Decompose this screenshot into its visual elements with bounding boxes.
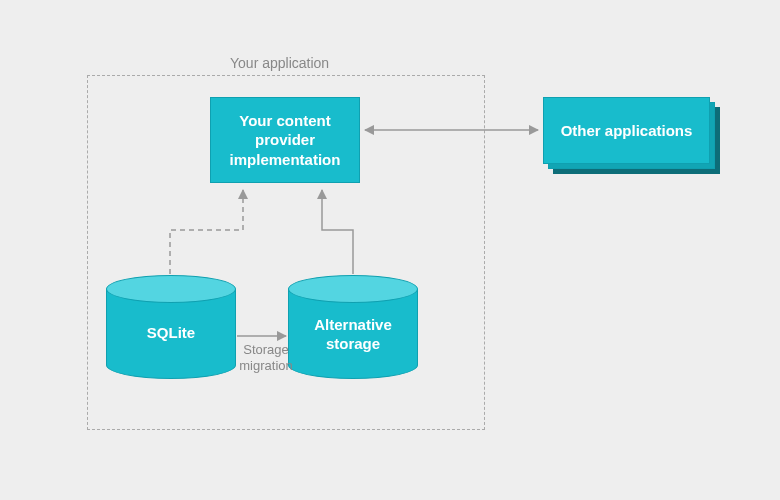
container-label: Your application	[230, 55, 329, 71]
other-apps-node: Other applications	[543, 97, 710, 164]
content-provider-node: Your content provider implementation	[210, 97, 360, 183]
content-provider-label: Your content provider implementation	[230, 111, 341, 170]
other-apps-label: Other applications	[561, 121, 693, 141]
alternative-storage-label: Alternative storage	[288, 316, 418, 354]
alternative-storage-node: Alternative storage	[288, 275, 418, 375]
sqlite-label: SQLite	[106, 324, 236, 343]
sqlite-node: SQLite	[106, 275, 236, 375]
storage-migration-label: Storage migration	[232, 342, 300, 375]
